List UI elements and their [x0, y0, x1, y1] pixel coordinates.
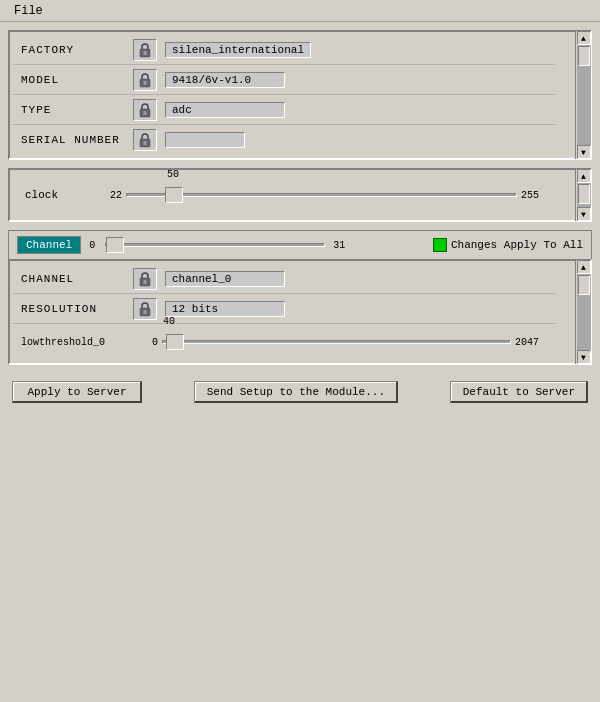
- clock-panel: clock 22 50 255 ▲ ▼: [8, 168, 592, 222]
- svg-rect-11: [144, 310, 147, 314]
- type-row: TYPE adc: [13, 95, 555, 125]
- channel-detail-panel: CHANNEL channel_0 RESOLUTION: [8, 259, 592, 365]
- type-label: TYPE: [13, 104, 133, 116]
- factory-label: FACTORY: [13, 44, 133, 56]
- lowthreshold-track-container[interactable]: 40: [162, 332, 511, 352]
- clock-slider-row: clock 22 50 255: [17, 185, 551, 205]
- model-value: 9418/6v-v1.0: [165, 72, 285, 88]
- channel-name-label: CHANNEL: [13, 273, 133, 285]
- factory-info-panel: FACTORY silena_international MODEL: [9, 31, 575, 159]
- channel-thumb[interactable]: [106, 237, 124, 253]
- channel-header: Channel 0 31 Changes Apply To All: [8, 230, 592, 259]
- factory-scroll-wrapper: FACTORY silena_international MODEL: [9, 31, 591, 159]
- factory-value: silena_international: [165, 42, 311, 58]
- clock-value-label: 50: [167, 169, 179, 180]
- lowthreshold-min: 0: [133, 337, 158, 348]
- lowthreshold-track[interactable]: [162, 340, 511, 344]
- model-row: MODEL 9418/6v-v1.0: [13, 65, 555, 95]
- svg-rect-1: [144, 51, 147, 55]
- type-lock-icon[interactable]: [133, 99, 157, 121]
- scrollbar-thumb[interactable]: [578, 46, 590, 66]
- default-server-button[interactable]: Default to Server: [450, 381, 588, 403]
- channel-detail-scroll: CHANNEL channel_0 RESOLUTION: [9, 260, 591, 364]
- svg-rect-5: [144, 111, 147, 115]
- clock-max: 255: [521, 190, 551, 201]
- channel-slider-min: 0: [89, 240, 95, 251]
- clock-track-container[interactable]: 50: [126, 185, 517, 205]
- channel-container: Channel 0 31 Changes Apply To All CHANNE…: [8, 230, 592, 365]
- bottom-buttons: Apply to Server Send Setup to the Module…: [8, 373, 592, 407]
- send-setup-button[interactable]: Send Setup to the Module...: [194, 381, 398, 403]
- channel-button[interactable]: Channel: [17, 236, 81, 254]
- serial-row: SERIAL NUMBER: [13, 125, 555, 155]
- channel-detail-info: CHANNEL channel_0 RESOLUTION: [9, 260, 575, 364]
- main-container: FACTORY silena_international MODEL: [0, 22, 600, 702]
- factory-row: FACTORY silena_international: [13, 35, 555, 65]
- clock-min: 22: [97, 190, 122, 201]
- channel-name-row: CHANNEL channel_0: [13, 264, 555, 294]
- scrollbar-track[interactable]: [577, 45, 591, 145]
- changes-green-square: [433, 238, 447, 252]
- clock-track[interactable]: [126, 193, 517, 197]
- svg-rect-7: [144, 141, 147, 145]
- model-lock-icon[interactable]: [133, 69, 157, 91]
- clock-scrollbar-track[interactable]: [577, 183, 591, 207]
- clock-label: clock: [17, 189, 97, 201]
- svg-rect-3: [144, 81, 147, 85]
- channel-track[interactable]: [105, 243, 325, 247]
- resolution-label: RESOLUTION: [13, 303, 133, 315]
- channel-slider-max: 31: [333, 240, 345, 251]
- changes-indicator: Changes Apply To All: [433, 238, 583, 252]
- scrollbar-down-btn[interactable]: ▼: [577, 145, 591, 159]
- lowthreshold-max: 2047: [515, 337, 555, 348]
- serial-value: [165, 132, 245, 148]
- menubar: File: [0, 0, 600, 22]
- clock-scrollbar-down[interactable]: ▼: [577, 207, 591, 221]
- changes-text: Changes Apply To All: [451, 239, 583, 251]
- factory-scrollbar[interactable]: ▲ ▼: [575, 31, 591, 159]
- channel-scrollbar-thumb[interactable]: [578, 275, 590, 295]
- channel-scrollbar-track[interactable]: [577, 274, 591, 350]
- channel-scrollbar-down[interactable]: ▼: [577, 350, 591, 364]
- lowthreshold-thumb[interactable]: [166, 334, 184, 350]
- channel-scrollbar[interactable]: ▲ ▼: [575, 260, 591, 364]
- lowthreshold-label: lowthreshold_0: [13, 337, 133, 348]
- resolution-value: 12 bits: [165, 301, 285, 317]
- lowthreshold-row: lowthreshold_0 0 40 2047: [13, 332, 555, 360]
- clock-scrollbar-up[interactable]: ▲: [577, 169, 591, 183]
- file-menu[interactable]: File: [6, 2, 51, 20]
- clock-scrollbar-thumb[interactable]: [578, 184, 590, 204]
- resolution-lock[interactable]: [133, 298, 157, 320]
- scrollbar-up-btn[interactable]: ▲: [577, 31, 591, 45]
- channel-name-lock[interactable]: [133, 268, 157, 290]
- serial-lock-icon[interactable]: [133, 129, 157, 151]
- factory-panel: FACTORY silena_international MODEL: [8, 30, 592, 160]
- model-label: MODEL: [13, 74, 133, 86]
- svg-rect-9: [144, 280, 147, 284]
- channel-name-value: channel_0: [165, 271, 285, 287]
- lowthreshold-value-label: 40: [163, 316, 175, 327]
- resolution-row: RESOLUTION 12 bits: [13, 294, 555, 324]
- clock-scrollbar[interactable]: ▲ ▼: [575, 169, 591, 221]
- channel-scrollbar-up[interactable]: ▲: [577, 260, 591, 274]
- serial-label: SERIAL NUMBER: [13, 134, 133, 146]
- channel-track-container[interactable]: [105, 235, 325, 255]
- clock-slider-panel: clock 22 50 255: [13, 177, 571, 213]
- factory-lock-icon[interactable]: [133, 39, 157, 61]
- apply-server-button[interactable]: Apply to Server: [12, 381, 142, 403]
- type-value: adc: [165, 102, 285, 118]
- clock-thumb[interactable]: [165, 187, 183, 203]
